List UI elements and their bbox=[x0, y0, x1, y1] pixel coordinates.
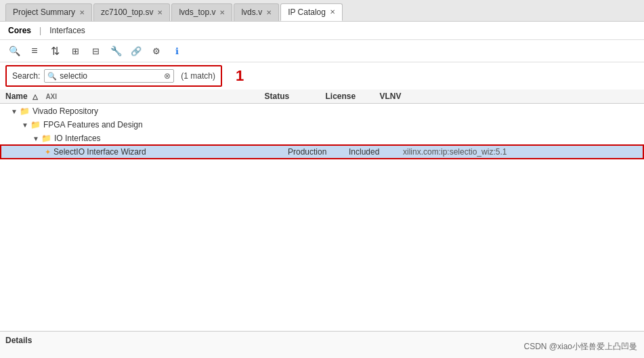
tree-row-io-interfaces[interactable]: ▼ 📁 IO Interfaces bbox=[0, 132, 644, 144]
selectio-status: Production bbox=[288, 147, 349, 157]
folder-icon-fpga: 📁 bbox=[30, 120, 41, 130]
expand-icon-io: ▼ bbox=[33, 135, 39, 142]
watermark: CSDN @xiao小怪兽爱上凸凹曼 bbox=[523, 341, 637, 353]
selectio-vlnv: xilinx.com:ip:selectio_wiz:5.1 bbox=[403, 147, 637, 157]
axi-label: AXI bbox=[45, 93, 57, 100]
tree-view: ▼ 📁 Vivado Repository ▼ 📁 FPGA Features … bbox=[0, 104, 644, 331]
tree-label-fpga-features: FPGA Features and Design bbox=[43, 120, 639, 130]
selectio-license: Included bbox=[349, 147, 403, 157]
col-header-name: Name △ AXI bbox=[5, 92, 265, 101]
tab-close-project-summary[interactable]: ✕ bbox=[79, 9, 85, 16]
tree-row-selectio-wizard[interactable]: ✦ SelectIO Interface Wizard Production I… bbox=[0, 144, 644, 159]
tab-zc7100-top[interactable]: zc7100_top.sv ✕ bbox=[93, 3, 170, 21]
hierarchy-button[interactable]: ⊟ bbox=[87, 43, 104, 59]
link-button[interactable]: 🔗 bbox=[127, 43, 145, 59]
expand-icon-fpga: ▼ bbox=[22, 121, 28, 129]
sub-tab-cores[interactable]: Cores bbox=[5, 24, 34, 37]
sub-tab-separator: | bbox=[39, 26, 41, 35]
col-header-vlnv: VLNV bbox=[380, 92, 639, 101]
tab-ip-catalog[interactable]: IP Catalog ✕ bbox=[280, 3, 343, 21]
annotation-1: 1 bbox=[236, 67, 244, 85]
selectio-row-container: ✦ SelectIO Interface Wizard Production I… bbox=[0, 144, 644, 159]
folder-icon-vivado: 📁 bbox=[20, 106, 30, 116]
folder-icon-io: 📁 bbox=[41, 134, 51, 143]
selectio-item-icon: ✦ bbox=[45, 148, 51, 157]
collapse-all-button[interactable]: ≡ bbox=[26, 43, 43, 59]
tab-label: IP Catalog bbox=[288, 7, 326, 17]
tab-label: lvds_top.v bbox=[179, 7, 215, 17]
tab-label: Project Summary bbox=[13, 7, 75, 17]
search-input[interactable] bbox=[60, 71, 161, 81]
tab-project-summary[interactable]: Project Summary ✕ bbox=[5, 3, 92, 21]
tree-node-fpga-features: ▼ 📁 FPGA Features and Design ▼ 📁 IO Inte… bbox=[0, 117, 644, 162]
tab-lvds-top[interactable]: lvds_top.v ✕ bbox=[171, 3, 232, 21]
tab-close-ip-catalog[interactable]: ✕ bbox=[330, 8, 335, 16]
search-input-wrapper: 🔍 ⊗ bbox=[44, 69, 174, 83]
info-button[interactable]: ℹ bbox=[168, 43, 186, 59]
tab-label: lvds.v bbox=[241, 7, 262, 17]
filter-button[interactable]: ⊞ bbox=[66, 43, 84, 59]
tab-close-zc7100[interactable]: ✕ bbox=[157, 9, 163, 16]
details-label: Details bbox=[5, 336, 32, 345]
tree-row-fpga-features[interactable]: ▼ 📁 FPGA Features and Design bbox=[0, 119, 644, 131]
tree-label-selectio: SelectIO Interface Wizard bbox=[53, 147, 288, 157]
search-bar: Search: 🔍 ⊗ (1 match) bbox=[5, 65, 222, 87]
tab-label: zc7100_top.sv bbox=[101, 7, 153, 17]
tree-label-io-interfaces: IO Interfaces bbox=[54, 134, 639, 143]
col-header-license: License bbox=[326, 92, 380, 101]
search-clear-icon[interactable]: ⊗ bbox=[164, 71, 171, 81]
tab-close-lvds[interactable]: ✕ bbox=[266, 9, 272, 16]
toolbar: 🔍 ≡ ⇅ ⊞ ⊟ 🔧 🔗 ⚙ ℹ bbox=[0, 40, 644, 62]
main-content: Cores | Interfaces 🔍 ≡ ⇅ ⊞ ⊟ 🔧 🔗 ⚙ ℹ Sea… bbox=[0, 22, 644, 358]
search-magnifier-icon: 🔍 bbox=[47, 72, 57, 81]
match-count: (1 match) bbox=[181, 71, 215, 81]
expand-all-button[interactable]: ⇅ bbox=[46, 43, 64, 59]
wrench-button[interactable]: 🔧 bbox=[107, 43, 125, 59]
tree-node-io-interfaces: ▼ 📁 IO Interfaces ✦ SelectIO Interface W… bbox=[0, 131, 644, 161]
sub-tab-interfaces[interactable]: Interfaces bbox=[47, 24, 88, 37]
tree-row-vivado-repo[interactable]: ▼ 📁 Vivado Repository bbox=[0, 105, 644, 117]
expand-icon-vivado: ▼ bbox=[11, 108, 18, 115]
tab-lvds[interactable]: lvds.v ✕ bbox=[234, 3, 279, 21]
table-header: Name △ AXI Status License VLNV bbox=[0, 90, 644, 104]
tree-label-vivado-repo: Vivado Repository bbox=[33, 106, 639, 116]
tab-bar: Project Summary ✕ zc7100_top.sv ✕ lvds_t… bbox=[0, 0, 644, 22]
tab-close-lvds-top[interactable]: ✕ bbox=[219, 9, 225, 16]
col-header-status: Status bbox=[265, 92, 326, 101]
sort-icon: △ bbox=[33, 93, 38, 100]
search-tool-button[interactable]: 🔍 bbox=[5, 43, 23, 59]
config-button[interactable]: ⚙ bbox=[148, 43, 165, 59]
sub-tabs: Cores | Interfaces bbox=[0, 22, 644, 40]
tree-node-vivado-repo: ▼ 📁 Vivado Repository ▼ 📁 FPGA Features … bbox=[0, 104, 644, 163]
search-label: Search: bbox=[12, 71, 40, 81]
